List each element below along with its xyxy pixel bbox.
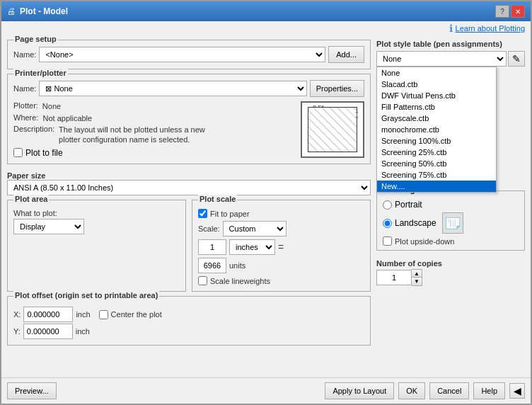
title-bar: 🖨 Plot - Model ? ✕: [1, 1, 531, 21]
scale-select[interactable]: Custom: [223, 221, 287, 236]
page-setup-group: Page setup Name: <None> Add...: [7, 40, 371, 69]
help-button[interactable]: Help: [473, 382, 505, 399]
plot-to-file-label: Plot to file: [25, 148, 63, 158]
portrait-label: Portrait: [395, 200, 422, 210]
properties-button[interactable]: Properties...: [310, 80, 364, 97]
what-to-plot-label: What to plot:: [13, 209, 57, 217]
scale-value2-input[interactable]: [198, 258, 226, 273]
landscape-label: Landscape: [395, 218, 436, 228]
plot-style-dropdown-list: None Slacad.ctb DWF Virtual Pens.ctb Fil…: [376, 67, 497, 193]
ok-button[interactable]: OK: [398, 382, 425, 399]
plot-style-table-section: Plot style table (pen assignments) None …: [376, 40, 525, 67]
drawing-orientation-group: Drawing orientation Portrait Landscape 📄…: [376, 190, 525, 251]
landscape-radio[interactable]: [383, 219, 392, 228]
option-dwf[interactable]: DWF Virtual Pens.ctb: [377, 90, 496, 101]
edit-plot-style-button[interactable]: ✎: [508, 51, 525, 67]
page-setup-label: Page setup: [13, 35, 58, 43]
preview-box: 8.5" ↕: [301, 101, 364, 158]
plot-area-group: Plot area What to plot: Display: [7, 200, 186, 292]
cancel-button[interactable]: Cancel: [429, 382, 469, 399]
x-label: X:: [13, 310, 21, 319]
printer-plotter-group: Printer/plotter Name: ⊠ None Properties.…: [7, 74, 371, 164]
option-screening25[interactable]: Screening 25%.ctb: [377, 147, 496, 158]
option-new[interactable]: New....: [377, 181, 496, 192]
fit-to-paper-checkbox[interactable]: [198, 209, 207, 218]
paper-size-select[interactable]: ANSI A (8.50 x 11.00 Inches): [7, 180, 371, 195]
plot-scale-group: Plot scale Fit to paper Scale: Custom: [192, 200, 371, 292]
main-content: Page setup Name: <None> Add... Printer/p…: [1, 34, 531, 377]
plot-offset-group: Plot offset (origin set to printable are…: [7, 296, 371, 346]
y-offset-input[interactable]: [23, 324, 73, 339]
plot-style-select[interactable]: None: [376, 51, 507, 67]
learn-link[interactable]: Learn about Plotting: [456, 24, 525, 33]
plot-area-group-label: Plot area: [13, 195, 49, 203]
bottom-bar: Preview... Apply to Layout OK Cancel Hel…: [1, 377, 531, 404]
page-setup-select[interactable]: <None>: [39, 47, 325, 62]
plot-upside-down-label: Plot upside-down: [395, 237, 454, 246]
where-value: Not applicable: [42, 114, 92, 122]
add-button[interactable]: Add...: [328, 46, 364, 63]
center-plot-checkbox[interactable]: [99, 310, 108, 319]
copies-label: Number of copies: [376, 259, 525, 268]
option-screening100[interactable]: Screening 100%.ctb: [377, 135, 496, 147]
copies-section: Number of copies ▲ ▼: [376, 259, 525, 286]
plot-area-scale-row: Plot area What to plot: Display Plot sca…: [7, 200, 371, 292]
paper-size-label: Paper size: [7, 171, 45, 180]
option-screening75[interactable]: Screening 75%.ctb: [377, 169, 496, 181]
what-to-plot-select[interactable]: Display: [13, 219, 84, 234]
name-label: Name:: [13, 50, 36, 59]
scale-lineweights-checkbox[interactable]: [198, 276, 207, 285]
preview-inner: [308, 107, 357, 152]
window-icon: 🖨: [7, 6, 16, 16]
description-value: The layout will not be plotted unless a …: [59, 125, 214, 145]
plot-style-dropdown-row: None ✎ None Slacad.ctb DWF Virtual Pens.…: [376, 51, 525, 67]
preview-button[interactable]: Preview...: [7, 382, 57, 399]
close-btn[interactable]: ✕: [511, 5, 525, 18]
plot-scale-label: Plot scale: [198, 195, 237, 203]
printer-select[interactable]: ⊠ None: [39, 81, 306, 96]
x-unit: inch: [76, 310, 90, 319]
description-label: Description:: [13, 125, 54, 133]
window-title: Plot - Model: [20, 6, 68, 16]
units-label: units: [229, 261, 245, 270]
option-grayscale[interactable]: Grayscale.ctb: [377, 113, 496, 124]
plot-style-table-label: Plot style table (pen assignments): [376, 40, 525, 48]
portrait-radio[interactable]: [383, 200, 392, 210]
plotter-label: Plotter:: [13, 101, 38, 110]
paper-size-row: Paper size ANSI A (8.50 x 11.00 Inches): [7, 169, 371, 195]
plot-upside-down-checkbox[interactable]: [383, 236, 392, 246]
right-panel: Plot style table (pen assignments) None …: [376, 40, 525, 372]
nav-back-btn[interactable]: ◀: [509, 383, 525, 399]
option-monochrome[interactable]: monochrome.ctb: [377, 124, 496, 135]
y-label: Y:: [13, 327, 21, 336]
copies-down-btn[interactable]: ▼: [412, 278, 422, 285]
center-plot-label: Center the plot: [111, 310, 162, 319]
option-screening50[interactable]: Screening 50%.ctb: [377, 158, 496, 169]
y-unit: inch: [76, 327, 90, 336]
printer-plotter-label: Printer/plotter: [13, 69, 68, 77]
plot-offset-label: Plot offset (origin set to printable are…: [13, 291, 159, 300]
plot-dialog: 🖨 Plot - Model ? ✕ ℹ Learn about Plottin…: [0, 0, 532, 405]
left-panel: Page setup Name: <None> Add... Printer/p…: [7, 40, 371, 372]
scale-value1-input[interactable]: [198, 239, 226, 255]
units-select[interactable]: inches: [229, 239, 275, 255]
header-row: ℹ Learn about Plotting: [1, 21, 531, 34]
plotter-value: None: [42, 102, 61, 110]
option-none[interactable]: None: [377, 67, 496, 79]
apply-to-layout-button[interactable]: Apply to Layout: [325, 382, 394, 399]
preview-arrow: ↕: [354, 107, 360, 122]
scale-label: Scale:: [198, 224, 220, 233]
printer-name-label: Name:: [13, 84, 36, 93]
equals-sign: =: [278, 241, 284, 253]
copies-up-btn[interactable]: ▲: [412, 270, 422, 278]
info-icon[interactable]: ℹ: [449, 23, 453, 34]
help-btn[interactable]: ?: [495, 5, 509, 18]
fit-to-paper-label: Fit to paper: [210, 210, 250, 218]
option-fill[interactable]: Fill Patterns.ctb: [377, 101, 496, 113]
plot-to-file-checkbox[interactable]: [13, 148, 23, 157]
landscape-icon: 📄: [442, 212, 463, 234]
x-offset-input[interactable]: [23, 307, 73, 322]
where-label: Where:: [13, 113, 38, 122]
option-slacad[interactable]: Slacad.ctb: [377, 79, 496, 90]
copies-input[interactable]: [376, 270, 412, 285]
